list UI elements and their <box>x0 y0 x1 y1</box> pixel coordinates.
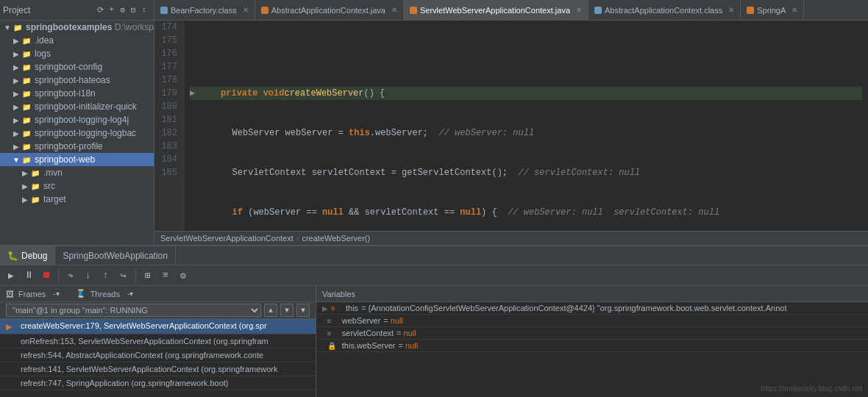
var-icon-this: ≡ <box>331 304 343 312</box>
plus-icon[interactable]: + <box>108 4 116 15</box>
evaluate-btn[interactable]: ⊞ <box>140 268 156 284</box>
tab-abstractapp[interactable]: AbstractApplicationContext.java ✕ <box>255 0 404 20</box>
tab-beanfactory[interactable]: BeanFactory.class ✕ <box>154 0 255 20</box>
watermark: https://smilanicky.blog.csdn.net <box>761 385 862 393</box>
frames-menu-btn[interactable]: -▾ <box>50 289 62 298</box>
debug-left-pane: 🖼 Frames -▾ 🧵 Threads -▾ "main"@1 in gro… <box>0 286 316 397</box>
sidebar-item-springboot-i18n[interactable]: ▶ 📁 springboot-i18n <box>0 87 154 100</box>
sidebar-item-springboot-logging-logbac[interactable]: ▶ 📁 springboot-logging-logbac <box>0 126 154 140</box>
root-label: springbootexamples D:\worksp... <box>26 22 154 32</box>
tab-abstractappclass[interactable]: AbstractApplicationContext.class ✕ <box>588 0 741 20</box>
tab-close-beanfactory[interactable]: ✕ <box>243 6 249 14</box>
tab-springapp[interactable]: SpringA ✕ <box>741 0 804 20</box>
var-item-servletcontext[interactable]: ≡ servletContext = null <box>316 327 868 340</box>
resume-btn[interactable]: ▶ <box>3 268 19 284</box>
project-bar: Project ⟳ + ⚙ ⊟ ↕ <box>0 0 154 20</box>
var-expand-this[interactable]: ▶ <box>322 304 328 312</box>
frame-text-3: refresh:141, ServletWebServerApplication… <box>21 365 310 373</box>
frame-main-4: refresh:747, SpringApplication (org.spri… <box>21 379 310 387</box>
frame-item-4[interactable]: refresh:747, SpringApplication (org.spri… <box>0 376 316 390</box>
step-over-btn[interactable]: ↷ <box>63 268 79 284</box>
frame-text-2: refresh:544, AbstractApplicationContext … <box>21 351 310 360</box>
tab-icon-springapp <box>747 7 754 14</box>
sidebar-item-springboot-logging-log4j[interactable]: ▶ 📁 springboot-logging-log4j <box>0 113 154 126</box>
frame-main-2: refresh:544, AbstractApplicationContext … <box>21 351 310 360</box>
sidebar-item-springboot-config[interactable]: ▶ 📁 springboot-config <box>0 60 154 74</box>
step-into-btn[interactable]: ↓ <box>80 268 96 284</box>
var-name-this-webserver: this.webServer <box>342 341 396 350</box>
pause-btn[interactable]: ⏸ <box>21 268 37 284</box>
tab-close-abstractappclass[interactable]: ✕ <box>728 6 734 14</box>
debug-toolbar: ▶ ⏸ ⏹ ↷ ↓ ↑ ↪ ⊞ ≡ ⚙ <box>0 265 868 286</box>
tab-label-springapp: SpringA <box>757 6 786 15</box>
code-editor: 174 175 176 177 178 179 180 181 182 183 … <box>154 21 868 245</box>
line-numbers: 174 175 176 177 178 179 180 181 182 183 … <box>154 21 184 231</box>
var-val-webserver: = null <box>383 316 403 325</box>
frame-item-0[interactable]: ▶ createWebServer:179, ServletWebServerA… <box>0 319 316 335</box>
frame-item-2[interactable]: refresh:544, AbstractApplicationContext … <box>0 348 316 362</box>
thread-select-row: "main"@1 in group "main": RUNNING ▲ ▼ ▼ <box>0 302 316 319</box>
layout-icon[interactable]: ⊟ <box>129 4 138 15</box>
sync-icon[interactable]: ⟳ <box>96 4 105 15</box>
frames-icon: 🖼 <box>6 290 14 298</box>
settings-btn[interactable]: ⚙ <box>175 268 191 284</box>
springboot-tab-label: SpringBootWebApplication <box>63 251 168 261</box>
expand-icon[interactable]: ↕ <box>140 4 148 15</box>
thread-dropdown[interactable]: "main"@1 in group "main": RUNNING <box>6 304 261 317</box>
var-expand-webserver <box>322 317 324 325</box>
frames-header: 🖼 Frames -▾ 🧵 Threads -▾ <box>0 286 316 302</box>
sep1 <box>58 269 59 282</box>
threads-icon: 🧵 <box>76 289 86 298</box>
frames-btn[interactable]: ≡ <box>157 268 174 284</box>
sep2 <box>135 269 136 282</box>
tab-icon-abstractappclass <box>594 7 602 14</box>
run-to-cursor-btn[interactable]: ↪ <box>115 268 132 284</box>
frame-main-3: refresh:141, ServletWebServerApplication… <box>21 365 310 373</box>
frame-item-3[interactable]: refresh:141, ServletWebServerApplication… <box>0 362 316 376</box>
frame-down-btn[interactable]: ▼ <box>280 304 294 317</box>
gear-icon[interactable]: ⚙ <box>118 4 127 15</box>
sidebar-root[interactable]: ▼ 📁 springbootexamples D:\worksp... <box>0 21 154 34</box>
code-area[interactable]: 174 175 176 177 178 179 180 181 182 183 … <box>154 21 868 231</box>
var-item-this[interactable]: ▶ ≡ this = {AnnotationConfigServletWebSe… <box>316 302 868 315</box>
var-item-this-webserver[interactable]: 🔒 this.webServer = null <box>316 340 868 352</box>
debug-tab-springboot[interactable]: SpringBootWebApplication <box>55 246 176 265</box>
tab-close-abstractapp[interactable]: ✕ <box>391 6 397 14</box>
var-name-servletcontext: servletContext <box>342 329 394 337</box>
frame-up-btn[interactable]: ▲ <box>264 304 277 317</box>
project-toolbar: ⟳ + ⚙ ⊟ ↕ <box>96 4 148 15</box>
project-label: Project <box>3 5 30 15</box>
variables-header: Variables <box>316 286 868 302</box>
tab-label-abstractappclass: AbstractApplicationContext.class <box>605 6 722 15</box>
var-val-servletcontext: = null <box>396 329 416 337</box>
debug-panes: 🖼 Frames -▾ 🧵 Threads -▾ "main"@1 in gro… <box>0 286 868 397</box>
sidebar-item-idea[interactable]: ▶ 📁 .idea <box>0 34 154 47</box>
tab-close-springapp[interactable]: ✕ <box>791 6 797 14</box>
debug-tab-label: Debug <box>21 251 47 261</box>
sidebar-item-target[interactable]: ▶ 📁 target <box>0 193 154 206</box>
sidebar-item-logs[interactable]: ▶ 📁 logs <box>0 47 154 60</box>
sidebar-item-springboot-hateoas[interactable]: ▶ 📁 springboot-hateoas <box>0 74 154 87</box>
var-expand-this-webserver <box>322 342 324 350</box>
file-tabs: BeanFactory.class ✕ AbstractApplicationC… <box>154 0 868 20</box>
tab-servletweb[interactable]: ServletWebServerApplicationContext.java … <box>404 0 588 20</box>
debug-section: 🐛 Debug SpringBootWebApplication ▶ ⏸ ⏹ ↷… <box>0 245 868 397</box>
step-out-btn[interactable]: ↑ <box>98 268 114 284</box>
frame-main-0: createWebServer:179, ServletWebServerApp… <box>21 321 310 330</box>
breadcrumb-class: ServletWebServerApplicationContext <box>160 234 294 243</box>
sidebar-item-springboot-initializer[interactable]: ▶ 📁 springboot-initializer-quick <box>0 100 154 113</box>
code-line-176: WebServer webServer = this.webServer; //… <box>190 126 862 140</box>
sidebar-item-mvn[interactable]: ▶ 📁 .mvn <box>0 166 154 179</box>
frame-filter-btn[interactable]: ▼ <box>296 304 310 317</box>
var-item-webserver[interactable]: ≡ webServer = null <box>316 315 868 327</box>
sidebar-item-springboot-web[interactable]: ▼ 📁 springboot-web <box>0 153 154 166</box>
stop-btn[interactable]: ⏹ <box>38 268 54 284</box>
frame-item-1[interactable]: onRefresh:153, ServletWebServerApplicati… <box>0 335 316 348</box>
debug-tab-debug[interactable]: 🐛 Debug <box>0 246 55 265</box>
threads-menu-btn[interactable]: -▾ <box>124 289 136 298</box>
sidebar-item-springboot-profile[interactable]: ▶ 📁 springboot-profile <box>0 140 154 153</box>
sidebar-item-src[interactable]: ▶ 📁 src <box>0 179 154 193</box>
debug-tab-bar: 🐛 Debug SpringBootWebApplication <box>0 246 868 265</box>
tab-close-servletweb[interactable]: ✕ <box>576 6 582 14</box>
var-icon-webserver: ≡ <box>327 317 339 325</box>
